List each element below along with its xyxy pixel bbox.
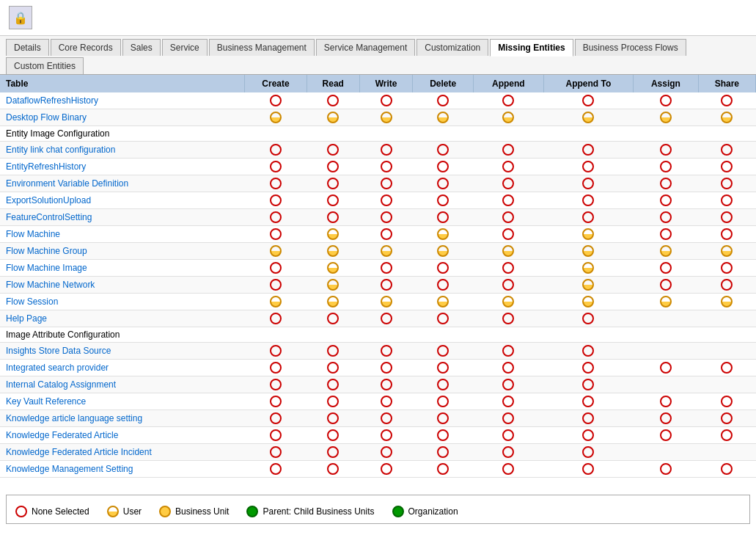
none-selected-icon[interactable] [721,262,733,274]
assign-cell[interactable] [634,427,699,444]
entity-name-cell[interactable]: Entity link chat configuration [0,142,245,159]
entity-name-cell[interactable]: Flow Machine Group [0,243,245,260]
none-selected-icon[interactable] [660,396,672,407]
entity-name-label[interactable]: Environment Variable Definition [6,178,128,189]
user-icon[interactable] [327,279,339,291]
create-cell[interactable] [245,376,307,393]
none-selected-icon[interactable] [502,161,514,172]
none-selected-icon[interactable] [502,396,514,407]
none-selected-icon[interactable] [15,506,27,517]
none-selected-icon[interactable] [660,262,672,274]
none-selected-icon[interactable] [582,194,594,206]
user-icon[interactable] [582,296,594,307]
none-selected-icon[interactable] [660,211,672,223]
user-icon[interactable] [721,112,733,123]
none-selected-icon[interactable] [721,211,733,223]
entity-name-label[interactable]: Flow Machine Group [6,246,87,256]
user-icon[interactable] [502,296,514,307]
none-selected-icon[interactable] [582,95,594,106]
tab-sales[interactable]: Sales [122,39,161,56]
write-cell[interactable] [359,92,413,109]
none-selected-icon[interactable] [381,228,392,240]
assign-cell[interactable] [634,260,699,277]
share-cell[interactable] [698,360,755,376]
none-selected-icon[interactable] [381,178,392,189]
none-selected-icon[interactable] [327,412,339,424]
none-selected-icon[interactable] [502,313,514,324]
none-selected-icon[interactable] [270,313,282,324]
append-cell[interactable] [473,393,543,410]
delete-cell[interactable] [413,243,473,260]
entity-name-label[interactable]: Knowledge Federated Article [6,430,118,440]
none-selected-icon[interactable] [381,446,392,458]
user-icon[interactable] [582,245,594,257]
parent-child-icon[interactable] [246,506,258,517]
share-cell[interactable] [698,410,755,427]
none-selected-icon[interactable] [327,211,339,223]
assign-cell[interactable] [634,410,699,427]
delete-cell[interactable] [413,343,473,360]
appendTo-cell[interactable] [543,175,633,192]
none-selected-icon[interactable] [437,396,449,407]
entity-name-cell[interactable]: ExportSolutionUpload [0,192,245,209]
entity-name-cell[interactable]: Key Vault Reference [0,393,245,410]
none-selected-icon[interactable] [437,262,449,274]
share-cell[interactable] [698,243,755,260]
assign-cell[interactable] [634,393,699,410]
entity-name-label[interactable]: Help Page [6,313,47,324]
read-cell[interactable] [307,360,359,376]
append-cell[interactable] [473,226,543,243]
write-cell[interactable] [359,294,413,310]
create-cell[interactable] [245,192,307,209]
delete-cell[interactable] [413,277,473,294]
write-cell[interactable] [359,109,413,126]
none-selected-icon[interactable] [660,463,672,475]
share-cell[interactable] [698,175,755,192]
write-cell[interactable] [359,410,413,427]
write-cell[interactable] [359,159,413,175]
none-selected-icon[interactable] [721,144,733,156]
user-icon[interactable] [721,296,733,307]
none-selected-icon[interactable] [270,279,282,291]
none-selected-icon[interactable] [721,279,733,291]
organization-icon[interactable] [392,506,404,517]
none-selected-icon[interactable] [582,144,594,156]
create-cell[interactable] [245,461,307,478]
delete-cell[interactable] [413,410,473,427]
none-selected-icon[interactable] [660,144,672,156]
create-cell[interactable] [245,310,307,327]
assign-cell[interactable] [634,360,699,376]
write-cell[interactable] [359,260,413,277]
none-selected-icon[interactable] [582,161,594,172]
write-cell[interactable] [359,226,413,243]
create-cell[interactable] [245,159,307,175]
appendTo-cell[interactable] [543,294,633,310]
none-selected-icon[interactable] [381,463,392,475]
append-cell[interactable] [473,159,543,175]
read-cell[interactable] [307,427,359,444]
none-selected-icon[interactable] [582,396,594,407]
none-selected-icon[interactable] [437,446,449,458]
appendTo-cell[interactable] [543,192,633,209]
create-cell[interactable] [245,294,307,310]
none-selected-icon[interactable] [327,379,339,390]
appendTo-cell[interactable] [543,92,633,109]
user-icon[interactable] [721,245,733,257]
none-selected-icon[interactable] [502,429,514,441]
entity-name-label[interactable]: Entity link chat configuration [6,145,115,155]
none-selected-icon[interactable] [270,95,282,106]
read-cell[interactable] [307,209,359,226]
entity-name-cell[interactable]: Knowledge Federated Article [0,427,245,444]
none-selected-icon[interactable] [270,161,282,172]
appendTo-cell[interactable] [543,427,633,444]
delete-cell[interactable] [413,226,473,243]
user-icon[interactable] [437,228,449,240]
entity-name-label[interactable]: Insights Store Data Source [6,346,111,356]
write-cell[interactable] [359,427,413,444]
appendTo-cell[interactable] [543,393,633,410]
entity-name-cell[interactable]: Flow Machine Network [0,277,245,294]
user-icon[interactable] [381,112,392,123]
none-selected-icon[interactable] [381,194,392,206]
none-selected-icon[interactable] [582,313,594,324]
read-cell[interactable] [307,393,359,410]
